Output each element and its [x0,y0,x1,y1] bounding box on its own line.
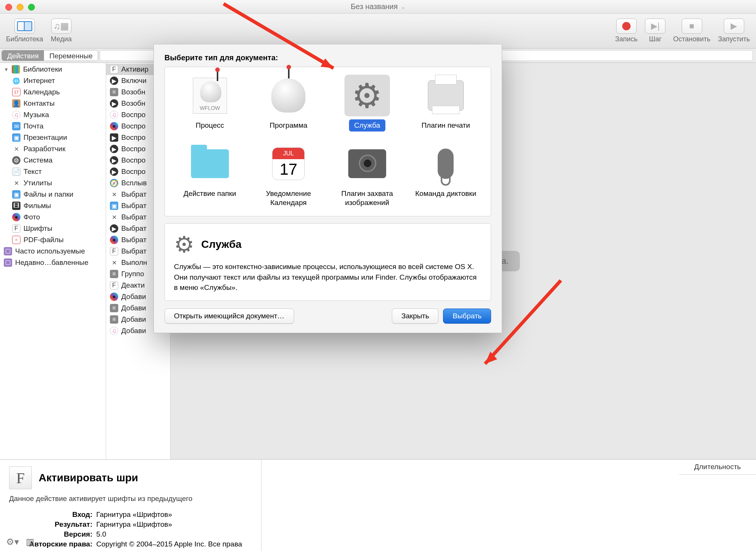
action-item-label: Возобн [121,99,145,108]
action-icon: ▶ [110,77,118,85]
library-item-label: Текст [23,167,42,176]
library-item[interactable]: 🌐Интернет [0,75,106,86]
action-detail: FАктивировать шри Данное действие активи… [0,460,261,551]
category-icon: ✕ [12,179,20,187]
category-icon: ⚙ [12,156,20,164]
action-item-label: Включи [121,77,147,85]
tab-variables[interactable]: Переменные [44,50,98,61]
dialog-title: Выберите тип для документа: [164,53,491,62]
smart-folder-label: Недавно…бавленные [15,258,88,267]
record-button[interactable]: Запись [615,19,637,43]
timeline-panel: Длительность ☰ ▤ [261,460,756,551]
library-item[interactable]: ▣Презентации [0,132,106,143]
category-icon: 🌐 [12,77,20,85]
category-icon: ♫ [12,111,20,119]
type-option[interactable]: Команда диктовки [409,143,484,209]
library-item[interactable]: ✉Почта [0,121,106,132]
window-minimize[interactable] [17,4,23,11]
type-option[interactable]: Действие папки [172,143,247,209]
stop-icon: ■ [689,21,694,31]
action-item-label: Воспро [121,145,146,153]
type-option[interactable]: ⚙Служба [330,75,405,131]
library-item[interactable]: ♫Музыка [0,109,106,121]
category-icon: 17 [12,88,20,96]
media-button[interactable]: ♫▦ Медиа [51,19,72,43]
action-item-label: Воспро [121,111,146,119]
type-option[interactable]: Плагин печати [409,75,484,131]
choose-button[interactable]: Выбрать [443,308,491,324]
category-icon: ✉ [12,122,20,130]
library-item[interactable]: 17Календарь [0,86,106,98]
smart-folder[interactable]: Часто используемые [0,246,106,257]
library-item[interactable]: ▣Файлы и папки [0,189,106,200]
type-label: Плагин печати [416,119,475,131]
font-icon: F [9,466,32,489]
action-item-label: Группо [121,270,144,278]
category-icon: ▣ [12,133,20,142]
type-option[interactable]: JUL17Уведомление Календаря [251,143,326,209]
action-icon: F [110,281,118,290]
category-icon: ● [12,213,20,221]
library-item[interactable]: FШрифты [0,223,106,234]
window-close[interactable] [5,4,12,11]
library-item-label: Фильмы [23,202,51,210]
timeline-duration-header: Длительность [679,460,756,475]
run-button[interactable]: ▶Запустить [718,19,750,43]
detail-title: Активировать шри [39,472,138,484]
type-option[interactable]: Процесс [172,75,247,131]
type-label: Уведомление Календаря [251,188,326,209]
library-item-label: Почта [23,122,44,130]
chevron-down-icon[interactable]: ⌄ [401,4,405,10]
gear-menu-icon[interactable]: ⚙︎▾ [6,537,19,547]
close-button[interactable]: Закрыть [392,308,438,324]
step-button[interactable]: ▶|Шаг [645,19,665,43]
library-item[interactable]: 📄Текст [0,166,106,177]
action-icon: ▶ [110,133,118,142]
window-zoom[interactable] [28,4,35,11]
action-icon: ≡ [110,315,118,324]
library-root-label: Библиотеки [23,65,62,74]
action-item-label: Выбрат [121,236,147,244]
library-item[interactable]: ⚙Система [0,155,106,166]
tab-actions[interactable]: Действия [2,50,44,61]
type-option[interactable]: Программа [251,75,326,131]
titlebar: Без названия⌄ [0,0,756,14]
meta-copyright-val: Copyright © 2004–2015 Apple Inc. Все пра… [96,540,248,551]
library-item[interactable]: ✕Разработчик [0,143,106,155]
library-label: Библиотека [6,35,43,43]
columns-icon[interactable]: ▥ [26,537,34,547]
library-root[interactable]: ▼Библиотеки [0,64,106,75]
library-item-label: Контакты [23,99,55,108]
library-button[interactable]: Библиотека [6,19,43,43]
library-item[interactable]: 🎞Фильмы [0,200,106,211]
folder-icon [187,143,233,185]
smart-folder[interactable]: Недавно…бавленные [0,257,106,268]
library-item-label: Файлы и папки [23,190,74,199]
smart-folder-label: Часто используемые [15,247,85,255]
library-item[interactable]: ●Фото [0,211,106,223]
library-item[interactable]: 👤Контакты [0,98,106,109]
open-existing-button[interactable]: Открыть имеющийся документ… [164,308,294,324]
category-icon: ✕ [12,145,20,153]
meta-input-val: Гарнитура «Шрифтов» [96,510,172,519]
type-label: Команда диктовки [410,188,482,200]
library-item[interactable]: ▫PDF-файлы [0,234,106,246]
meta-input-key: Вход: [9,510,96,519]
category-icon: 🎞 [12,202,20,210]
action-icon: F [110,247,118,255]
stop-label: Остановить [673,35,710,43]
type-option[interactable]: Плагин захвата изображений [330,143,405,209]
action-icon: ▶ [110,99,118,108]
library-item[interactable]: ✕Утилиты [0,177,106,189]
library-item-label: Шрифты [23,224,52,233]
smart-folder-icon [4,247,12,255]
robot-icon-small [200,81,221,102]
type-label: Служба [349,119,385,131]
action-item-label: Активир [121,65,149,74]
action-item-label: Воспро [121,156,146,164]
microphone-icon [423,143,468,185]
workflow-icon [187,75,233,116]
meta-result-key: Результат: [9,520,96,529]
stop-button[interactable]: ■Остановить [673,19,710,43]
action-item-label: Добави [121,304,146,312]
